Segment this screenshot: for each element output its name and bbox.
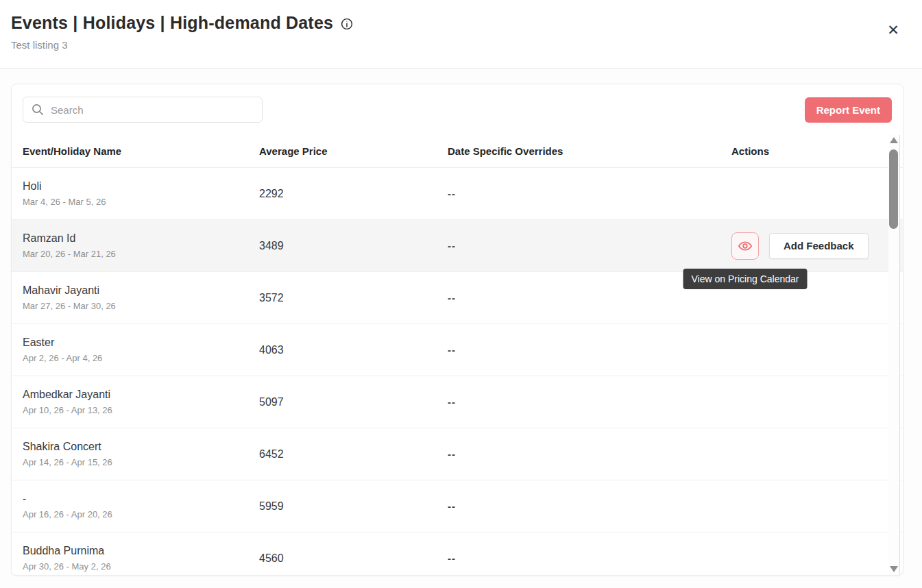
event-dates: Mar 20, 26 - Mar 21, 26 [23, 249, 259, 259]
scroll-down-arrow-icon[interactable] [890, 566, 898, 572]
event-name-cell: Holi Mar 4, 26 - Mar 5, 26 [23, 180, 259, 207]
avg-price-cell: 2292 [259, 188, 448, 200]
avg-price-cell: 6452 [259, 448, 448, 461]
column-header-name: Event/Holiday Name [23, 145, 259, 157]
table-row[interactable]: Easter Apr 2, 26 - Apr 4, 26 4063 -- [12, 323, 903, 376]
info-icon[interactable] [341, 18, 353, 30]
table-row[interactable]: Shakira Concert Apr 14, 26 - Apr 15, 26 … [12, 428, 903, 480]
event-name-cell: Shakira Concert Apr 14, 26 - Apr 15, 26 [23, 441, 259, 467]
event-name-cell: Ramzan Id Mar 20, 26 - Mar 21, 26 [23, 232, 259, 259]
event-name-cell: Buddha Purnima Apr 30, 26 - May 2, 26 [23, 545, 259, 572]
view-on-calendar-button[interactable]: View on Pricing Calendar [731, 232, 759, 260]
avg-price-cell: 4063 [259, 344, 448, 356]
table-row[interactable]: Holi Mar 4, 26 - Mar 5, 26 2292 -- [12, 167, 903, 219]
overrides-cell: -- [448, 240, 731, 252]
event-name: Shakira Concert [23, 441, 259, 453]
report-event-button[interactable]: Report Event [805, 97, 892, 123]
table-header-row: Event/Holiday Name Average Price Date Sp… [12, 135, 903, 167]
search-input[interactable] [23, 97, 263, 123]
avg-price-cell: 3572 [259, 292, 448, 304]
search-box [23, 97, 263, 123]
event-name-cell: Mahavir Jayanti Mar 27, 26 - Mar 30, 26 [23, 284, 259, 311]
avg-price-cell: 4560 [259, 552, 448, 565]
actions-cell: View on Pricing Calendar Add Feedback [731, 232, 875, 260]
event-name-cell: Ambedkar Jayanti Apr 10, 26 - Apr 13, 26 [23, 389, 259, 415]
eye-icon [738, 238, 753, 254]
view-on-pricing-calendar-tooltip: View on Pricing Calendar [683, 269, 808, 289]
event-name: Ambedkar Jayanti [23, 389, 259, 401]
event-dates: Mar 27, 26 - Mar 30, 26 [23, 301, 259, 311]
avg-price-cell: 5097 [259, 396, 448, 408]
page-title: Events | Holidays | High-demand Dates [11, 13, 333, 33]
card-toolbar: Report Event [12, 84, 903, 135]
listing-subtitle: Test listing 3 [11, 39, 911, 51]
scroll-up-arrow-icon[interactable] [890, 137, 898, 143]
events-card: Report Event Event/Holiday Name Average … [11, 84, 903, 576]
overrides-cell: -- [448, 448, 731, 460]
event-dates: Apr 16, 26 - Apr 20, 26 [23, 509, 259, 519]
scrollbar-thumb[interactable] [889, 149, 898, 229]
overrides-cell: -- [448, 396, 731, 408]
avg-price-cell: 5959 [259, 500, 448, 513]
event-name: Easter [23, 336, 259, 349]
table-row-hovered[interactable]: Ramzan Id Mar 20, 26 - Mar 21, 26 3489 -… [12, 219, 903, 271]
table-row[interactable]: Ambedkar Jayanti Apr 10, 26 - Apr 13, 26… [12, 376, 903, 428]
add-feedback-button[interactable]: Add Feedback [769, 233, 869, 259]
events-table: Event/Holiday Name Average Price Date Sp… [12, 135, 903, 576]
overrides-cell: -- [448, 188, 731, 199]
close-icon[interactable]: ✕ [884, 21, 903, 40]
vertical-scrollbar[interactable] [888, 135, 900, 576]
event-name-cell: - Apr 16, 26 - Apr 20, 26 [23, 493, 259, 519]
event-name: Holi [23, 180, 259, 193]
column-header-overrides: Date Specific Overrides [448, 145, 731, 157]
table-row[interactable]: Buddha Purnima Apr 30, 26 - May 2, 26 45… [12, 532, 903, 576]
table-row[interactable]: - Apr 16, 26 - Apr 20, 26 5959 -- [12, 480, 903, 532]
column-header-avg-price: Average Price [259, 145, 448, 157]
event-dates: Apr 30, 26 - May 2, 26 [23, 561, 259, 572]
avg-price-cell: 3489 [259, 240, 448, 252]
title-row: Events | Holidays | High-demand Dates [11, 0, 911, 33]
event-name-cell: Easter Apr 2, 26 - Apr 4, 26 [23, 336, 259, 363]
event-dates: Apr 2, 26 - Apr 4, 26 [23, 353, 259, 363]
event-dates: Mar 4, 26 - Mar 5, 26 [23, 197, 259, 207]
overrides-cell: -- [448, 552, 731, 564]
column-header-actions: Actions [731, 145, 875, 157]
overrides-cell: -- [448, 292, 731, 304]
event-name: Ramzan Id [23, 232, 259, 245]
event-name: Buddha Purnima [23, 545, 259, 557]
overrides-cell: -- [448, 500, 731, 512]
modal-header: Events | Holidays | High-demand Dates Te… [0, 0, 922, 69]
overrides-cell: -- [448, 344, 731, 356]
event-name: Mahavir Jayanti [23, 284, 259, 297]
event-dates: Apr 14, 26 - Apr 15, 26 [23, 457, 259, 467]
event-name: - [23, 493, 259, 505]
event-dates: Apr 10, 26 - Apr 13, 26 [23, 405, 259, 415]
